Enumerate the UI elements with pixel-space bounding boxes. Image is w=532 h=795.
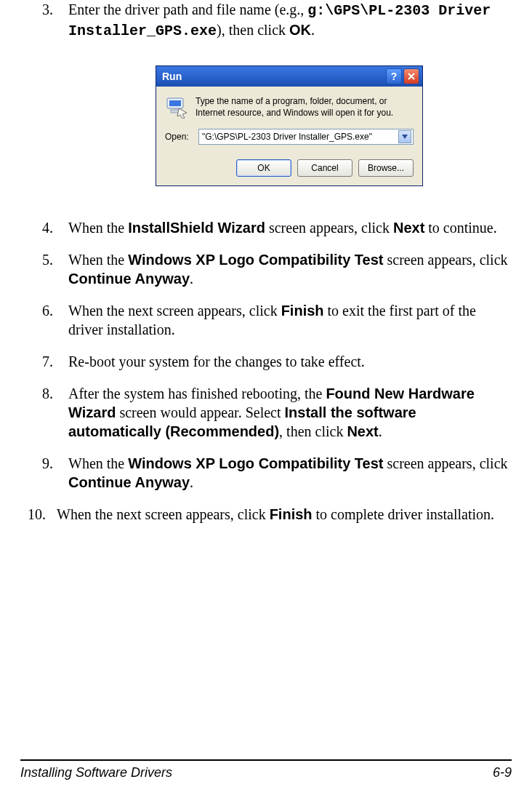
open-combobox[interactable]: "G:\GPS\PL-2303 Driver Installer_GPS.exe… [198,129,414,145]
open-label: Open: [165,132,193,142]
close-icon [408,73,415,80]
step-7: 7. Re-boot your system for the changes t… [28,352,512,371]
open-value: "G:\GPS\PL-2303 Driver Installer_GPS.exe… [202,132,398,142]
footer-title: Installing Software Drivers [20,765,172,780]
page-number: 6-9 [493,765,512,780]
titlebar: Run ? [156,66,422,87]
run-icon [165,95,188,119]
step-3: 3. Enter the driver path and file name (… [28,0,512,41]
chevron-down-icon [402,135,408,139]
combo-dropdown-button[interactable] [398,130,411,143]
step-8: 8. After the system has finished rebooti… [28,384,512,441]
browse-button[interactable]: Browse... [358,159,414,177]
cancel-button[interactable]: Cancel [297,159,352,177]
run-dialog: Run ? Type the name of [156,65,423,186]
step-number: 3. [42,0,68,41]
step-10: 10. When the next screen appears, click … [28,505,512,524]
help-button[interactable]: ? [386,68,402,84]
close-button[interactable] [403,68,419,84]
step-5: 5. When the Windows XP Logo Compatibilit… [28,250,512,288]
step-9: 9. When the Windows XP Logo Compatibilit… [28,454,512,492]
step-text: Enter the driver path and file name (e.g… [68,0,512,41]
step-6: 6. When the next screen appears, click F… [28,301,512,339]
ok-button[interactable]: OK [236,159,291,177]
run-prompt: Type the name of a program, folder, docu… [196,95,414,119]
svg-rect-1 [169,100,181,106]
dialog-title: Run [162,71,384,82]
page-footer: Installing Software Drivers 6-9 [20,759,512,780]
step-4: 4. When the InstallShield Wizard screen … [28,218,512,237]
